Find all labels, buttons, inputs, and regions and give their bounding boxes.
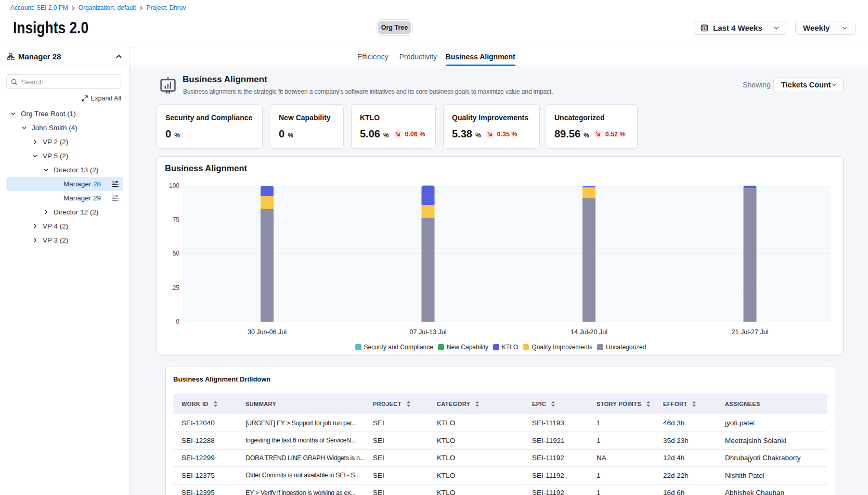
svg-text:14 Jul-20 Jul: 14 Jul-20 Jul (571, 328, 607, 336)
svg-text:50: 50 (173, 250, 180, 257)
svg-text:0: 0 (176, 318, 179, 325)
svg-text:75: 75 (173, 216, 180, 223)
svg-text:21 Jul-27 Jul: 21 Jul-27 Jul (732, 328, 769, 336)
svg-text:30 Jun-06 Jul: 30 Jun-06 Jul (248, 328, 287, 336)
svg-text:100: 100 (169, 182, 179, 189)
svg-text:25: 25 (173, 284, 180, 291)
svg-text:07 Jul-13 Jul: 07 Jul-13 Jul (410, 328, 447, 336)
